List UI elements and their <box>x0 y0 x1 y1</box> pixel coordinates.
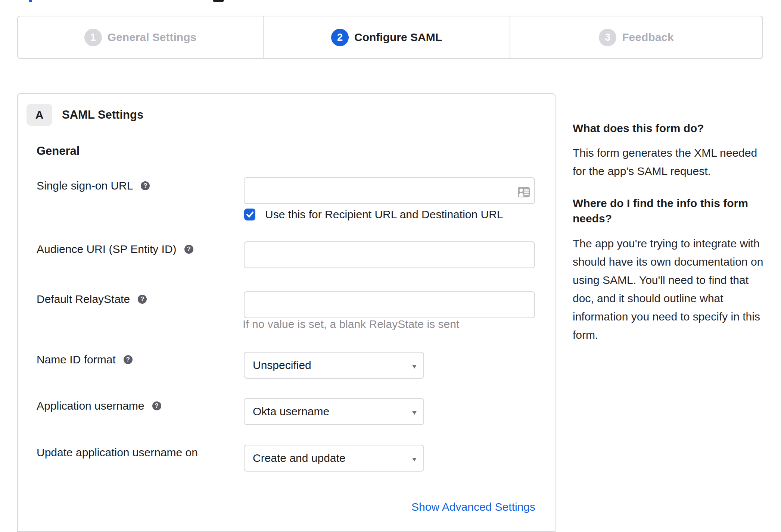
update-application-username-label-text: Update application username on <box>37 445 198 460</box>
audience-uri-input[interactable] <box>244 241 535 268</box>
recipient-url-checkbox-row: Use this for Recipient URL and Destinati… <box>244 208 503 221</box>
page-title-remnant-black <box>213 0 224 2</box>
chevron-down-icon <box>412 411 417 415</box>
sidebar-heading-what: What does this form do? <box>573 121 771 136</box>
help-sidebar: What does this form do? This form genera… <box>573 121 771 344</box>
step-2-label: Configure SAML <box>354 31 442 44</box>
page-title-remnant-blue <box>29 0 32 2</box>
recipient-url-checkbox-label: Use this for Recipient URL and Destinati… <box>265 208 503 221</box>
recipient-url-checkbox[interactable] <box>244 209 255 220</box>
single-sign-on-url-label-text: Single sign-on URL <box>37 178 133 193</box>
checkmark-icon <box>244 209 255 220</box>
audience-uri-label: Audience URI (SP Entity ID) ? <box>37 242 193 257</box>
default-relaystate-input[interactable] <box>244 291 535 318</box>
help-icon[interactable]: ? <box>141 181 150 190</box>
application-username-value: Okta username <box>253 405 329 418</box>
help-icon[interactable]: ? <box>124 355 133 364</box>
application-username-label-text: Application username <box>37 398 144 413</box>
sidebar-paragraph-where: The app you're trying to integrate with … <box>573 234 771 344</box>
step-1-label: General Settings <box>108 31 196 44</box>
update-application-username-value: Create and update <box>253 452 346 464</box>
application-username-label: Application username ? <box>37 398 161 413</box>
show-advanced-settings-link[interactable]: Show Advanced Settings <box>411 501 535 513</box>
panel-title: SAML Settings <box>62 104 143 126</box>
wizard-stepper: 1 General Settings 2 Configure SAML 3 Fe… <box>17 16 763 59</box>
step-general-settings[interactable]: 1 General Settings <box>18 16 263 58</box>
step-3-number-badge: 3 <box>599 29 616 46</box>
help-icon[interactable]: ? <box>152 401 161 410</box>
general-section-heading: General <box>37 143 80 159</box>
sidebar-heading-where: Where do I find the info this form needs… <box>573 195 771 226</box>
step-3-label: Feedback <box>622 31 673 44</box>
step-2-number-badge: 2 <box>331 29 349 46</box>
default-relaystate-label: Default RelayState ? <box>37 292 147 307</box>
step-feedback[interactable]: 3 Feedback <box>510 16 762 58</box>
application-username-select[interactable]: Okta username <box>244 398 424 425</box>
saml-settings-panel: A SAML Settings General Single sign-on U… <box>17 93 556 532</box>
chevron-down-icon <box>412 365 417 369</box>
update-application-username-select[interactable]: Create and update <box>244 445 424 472</box>
step-configure-saml[interactable]: 2 Configure SAML <box>263 16 510 58</box>
name-id-format-select[interactable]: Unspecified <box>244 352 424 379</box>
name-id-format-label-text: Name ID format <box>37 352 116 367</box>
single-sign-on-url-label: Single sign-on URL ? <box>37 178 150 193</box>
name-id-format-label: Name ID format ? <box>37 352 133 367</box>
chevron-down-icon <box>412 458 417 461</box>
update-application-username-label: Update application username on <box>37 445 198 460</box>
help-icon[interactable]: ? <box>138 295 147 304</box>
audience-uri-label-text: Audience URI (SP Entity ID) <box>37 242 177 257</box>
section-a-badge: A <box>27 104 52 126</box>
contact-card-icon <box>518 187 530 197</box>
name-id-format-value: Unspecified <box>253 359 311 372</box>
relaystate-helper-text: If no value is set, a blank RelayState i… <box>243 317 459 332</box>
step-1-number-badge: 1 <box>84 29 102 46</box>
help-icon[interactable]: ? <box>184 245 193 254</box>
single-sign-on-url-input[interactable] <box>244 177 535 204</box>
default-relaystate-label-text: Default RelayState <box>37 292 130 307</box>
sidebar-paragraph-what: This form generates the XML needed for t… <box>573 144 771 180</box>
